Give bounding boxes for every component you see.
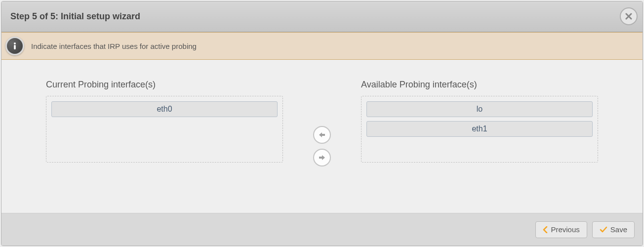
close-icon	[625, 12, 633, 20]
info-icon	[5, 37, 24, 55]
footer: Previous Save	[1, 213, 643, 246]
dialog-title: Step 5 of 5: Initial setup wizard	[10, 11, 140, 22]
current-panel: Current Probing interface(s) eth0	[46, 80, 283, 203]
current-list-box: eth0	[46, 96, 283, 163]
info-message: Indicate interfaces that IRP uses for ac…	[31, 42, 197, 50]
title-bar: Step 5 of 5: Initial setup wizard	[1, 1, 643, 32]
save-label: Save	[610, 225, 627, 234]
svg-rect-1	[14, 45, 16, 49]
svg-point-0	[14, 42, 16, 44]
content-area: Current Probing interface(s) eth0 Availa…	[1, 60, 643, 213]
previous-button[interactable]: Previous	[535, 221, 587, 238]
transfer-controls	[283, 89, 361, 203]
previous-label: Previous	[551, 225, 579, 234]
svg-rect-2	[322, 134, 325, 136]
arrow-right-icon	[318, 154, 326, 161]
current-panel-title: Current Probing interface(s)	[46, 80, 283, 90]
move-right-button[interactable]	[313, 149, 331, 166]
available-panel: Available Probing interface(s) lo eth1	[361, 80, 598, 203]
available-list-box: lo eth1	[361, 96, 598, 163]
svg-rect-3	[319, 157, 322, 159]
move-left-button[interactable]	[313, 126, 331, 144]
save-button[interactable]: Save	[592, 221, 635, 238]
wizard-dialog: Step 5 of 5: Initial setup wizard Indica…	[1, 1, 643, 246]
available-panel-title: Available Probing interface(s)	[361, 80, 598, 90]
info-bar: Indicate interfaces that IRP uses for ac…	[1, 32, 643, 60]
list-item[interactable]: eth1	[366, 121, 593, 137]
check-icon	[600, 226, 607, 233]
arrow-left-icon	[318, 131, 326, 138]
close-button[interactable]	[620, 7, 638, 25]
list-item[interactable]: eth0	[51, 101, 278, 117]
list-item[interactable]: lo	[366, 101, 593, 117]
chevron-left-icon	[543, 226, 548, 233]
